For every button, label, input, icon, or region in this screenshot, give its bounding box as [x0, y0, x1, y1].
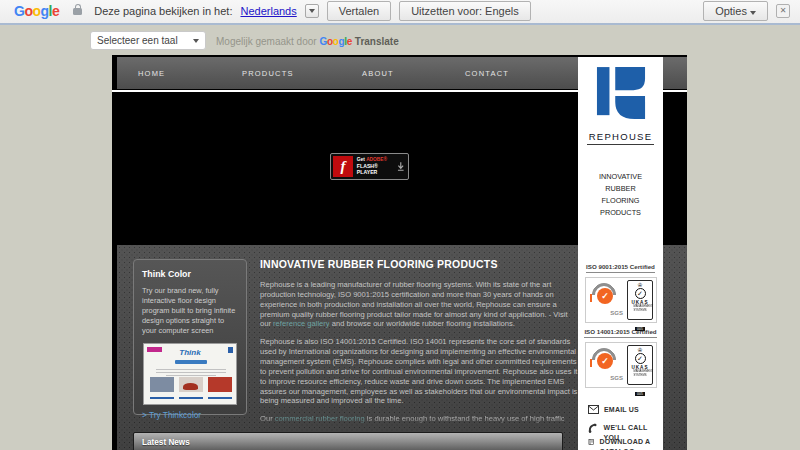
think-color-body: Try our brand new, fully interactive flo… — [142, 286, 238, 336]
think-color-box: Think Color Try our brand new, fully int… — [133, 259, 247, 415]
thumb-banner — [175, 360, 207, 364]
language-select-value: Selecteer een taal — [97, 35, 178, 46]
sgs-logo: ✓ SGS — [588, 345, 624, 385]
screen: Google Deze pagina bekijken in het: Nede… — [0, 0, 800, 450]
latest-news-title: Latest News — [142, 438, 190, 447]
phone-icon — [588, 423, 599, 433]
ukas-logo: ♔ ✓ UKAS MANAGEMENT SYSTEMS 005 — [627, 280, 653, 320]
chevron-down-icon — [750, 11, 756, 15]
flash-badge-text: Get ADOBE® FLASH® PLAYER — [357, 157, 398, 176]
cert-title: ISO 9001:2015 Certified — [586, 263, 655, 273]
nav-item-contact[interactable]: CONTACT — [465, 69, 509, 78]
email-icon — [588, 405, 599, 414]
thumb-title: Think — [144, 348, 236, 357]
translate-button[interactable]: Vertalen — [327, 1, 391, 21]
turn-off-button[interactable]: Uitzetten voor: Engels — [399, 1, 531, 21]
sgs-logo: ✓ SGS — [588, 280, 624, 320]
google-logo: Google — [14, 3, 59, 19]
lock-icon — [73, 8, 82, 15]
iso-paragraph: Rephouse is also ISO 14001:2015 Certifie… — [260, 337, 578, 406]
intro-paragraph: Rephouse is a leading manufacturer of ru… — [260, 280, 578, 329]
thumb-photo — [208, 377, 232, 392]
latest-news-bar: Latest News — [133, 432, 563, 450]
think-color-thumbnail: Think — [143, 343, 237, 405]
commercial-flooring-link[interactable]: commercial rubber flooring — [275, 414, 365, 423]
try-thinkcolor-link[interactable]: > Try Thinkcolor — [142, 410, 238, 420]
nav-item-products[interactable]: PRODUCTS — [242, 69, 294, 78]
catalog-icon — [588, 437, 595, 447]
ukas-logo: ♔ ✓ UKAS MANAGEMENT SYSTEMS 005 — [627, 345, 653, 385]
think-color-title: Think Color — [142, 269, 238, 279]
page-title: INNOVATIVE RUBBER FLOORING PRODUCTS — [260, 258, 578, 270]
cert-badges: ✓ SGS ♔ ✓ UKAS MANAGEMENT SYSTEMS 005 — [585, 277, 657, 323]
iso-9001-cert: ISO 9001:2015 Certified ✓ SGS ♔ ✓ UKAS M… — [578, 255, 663, 323]
thumb-photo — [179, 377, 203, 392]
cert-title: ISO 14001:2015 Certified — [584, 328, 656, 338]
google-translate-bar: Google Deze pagina bekijken in het: Nede… — [0, 0, 800, 25]
flash-player-icon: f — [333, 156, 353, 177]
close-icon[interactable]: ✕ — [776, 4, 790, 18]
language-select[interactable]: Selecteer een taal — [90, 31, 206, 50]
language-dropdown-button[interactable] — [305, 4, 319, 18]
brand-name: REPHOUSE — [587, 130, 655, 145]
chevron-down-icon — [193, 39, 199, 43]
download-catalog-link[interactable]: DOWNLOAD A CATALOG — [588, 437, 652, 450]
cert-badges: ✓ SGS ♔ ✓ UKAS MANAGEMENT SYSTEMS 005 — [585, 342, 657, 388]
google-brand: Google — [319, 36, 352, 47]
powered-by: Mogelijk gemaakt door Google Translate — [216, 36, 399, 47]
main-article: INNOVATIVE RUBBER FLOORING PRODUCTS Reph… — [260, 258, 578, 447]
nav-item-home[interactable]: HOME — [138, 69, 165, 78]
rephouse-logo — [596, 66, 646, 122]
options-button[interactable]: Opties — [703, 1, 768, 21]
brand-sidebar: REPHOUSE INNOVATIVE RUBBER FLOORING PROD… — [578, 57, 663, 450]
faded-paragraph: Our commercial rubber flooring is durabl… — [260, 414, 578, 429]
thumb-photo — [150, 377, 174, 392]
download-arrow-icon — [397, 162, 405, 172]
iso-14001-cert: ISO 14001:2015 Certified ✓ SGS ♔ ✓ UKAS … — [578, 320, 663, 388]
chevron-down-icon — [309, 9, 315, 13]
brand-tagline: INNOVATIVE RUBBER FLOORING PRODUCTS — [592, 171, 650, 219]
nav-item-about[interactable]: ABOUT — [362, 69, 394, 78]
reference-gallery-link[interactable]: reference gallery — [273, 319, 330, 328]
email-us-link[interactable]: EMAIL US — [588, 405, 639, 415]
get-flash-player-button[interactable]: f Get ADOBE® FLASH® PLAYER — [330, 153, 409, 180]
language-link[interactable]: Nederlands — [240, 5, 296, 17]
translate-message: Deze pagina bekijken in het: — [94, 5, 232, 17]
